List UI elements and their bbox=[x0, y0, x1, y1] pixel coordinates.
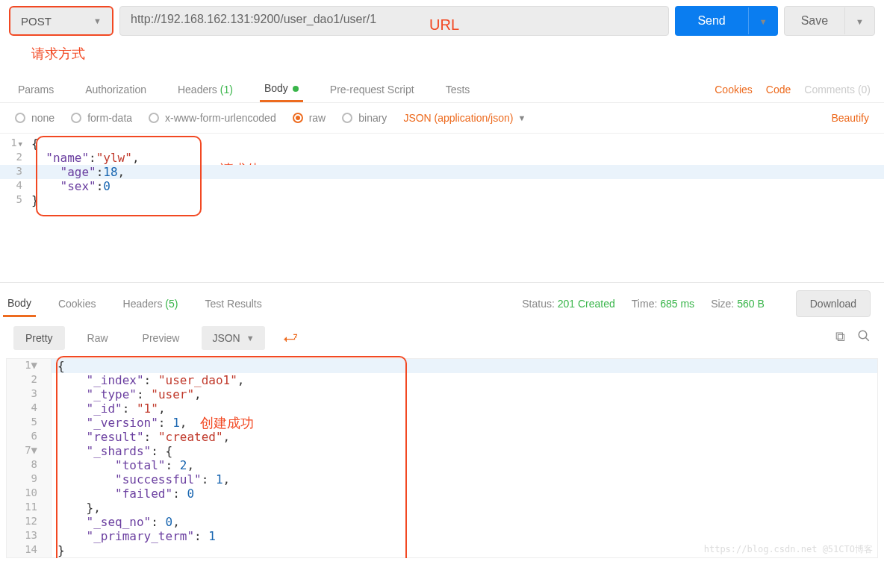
size-value: 560 B bbox=[737, 298, 765, 310]
view-preview[interactable]: Preview bbox=[131, 326, 192, 350]
tab-tests[interactable]: Tests bbox=[441, 78, 475, 101]
code-line: 1▼{ bbox=[7, 359, 877, 373]
svg-point-0 bbox=[859, 331, 867, 339]
link-comments[interactable]: Comments (0) bbox=[804, 84, 871, 96]
view-format-select[interactable]: JSON ▼ bbox=[202, 326, 264, 350]
radio-xform-label: x-www-form-urlencoded bbox=[165, 112, 276, 124]
method-select[interactable]: POST ▼ bbox=[9, 6, 113, 36]
download-button[interactable]: Download bbox=[796, 290, 871, 317]
annotation-url: URL bbox=[429, 16, 459, 34]
radio-raw-label: raw bbox=[309, 112, 326, 124]
response-status: Status: 201 Created Time: 685 ms Size: 5… bbox=[522, 298, 764, 310]
status-label: Status: bbox=[522, 298, 555, 310]
time-label: Time: bbox=[632, 298, 657, 310]
radio-binary-label: binary bbox=[358, 112, 387, 124]
chevron-down-icon: ▼ bbox=[856, 17, 864, 26]
radio-icon bbox=[71, 113, 81, 123]
radio-icon bbox=[15, 113, 25, 123]
code-line: 2 "_index": "user_dao1", bbox=[7, 373, 877, 387]
send-dropdown[interactable]: ▼ bbox=[748, 7, 778, 34]
send-button[interactable]: Send bbox=[675, 7, 747, 35]
chevron-down-icon: ▼ bbox=[246, 334, 255, 343]
tab-headers[interactable]: Headers (1) bbox=[173, 78, 237, 101]
request-tabs: Params Authorization Headers (1) Body Pr… bbox=[0, 70, 884, 103]
radio-none[interactable]: none bbox=[15, 112, 55, 124]
radio-xform[interactable]: x-www-form-urlencoded bbox=[149, 112, 276, 124]
request-body-editor[interactable]: 1▼{2 "name":"ylw",3 "age":18,4 "sex":05} bbox=[0, 134, 884, 282]
radio-icon bbox=[342, 113, 352, 123]
code-line: 10 "failed": 0 bbox=[7, 487, 877, 501]
body-subtype-bar: none form-data x-www-form-urlencoded raw… bbox=[0, 103, 884, 134]
code-line: 5} bbox=[0, 193, 884, 207]
tab-body[interactable]: Body bbox=[260, 76, 303, 102]
chevron-down-icon: ▼ bbox=[517, 113, 526, 122]
radio-none-label: none bbox=[31, 112, 55, 124]
tab-params[interactable]: Params bbox=[13, 78, 58, 101]
code-line: 4 "sex":0 bbox=[0, 179, 884, 193]
code-line: 4 "_id": "1", bbox=[7, 401, 877, 416]
time-value: 685 ms bbox=[660, 298, 694, 310]
response-tabs: Body Cookies Headers (5) Test Results St… bbox=[0, 282, 884, 317]
tab-headers-count: (1) bbox=[220, 84, 233, 96]
radio-formdata[interactable]: form-data bbox=[71, 112, 132, 124]
resp-tab-headers-count: (5) bbox=[165, 298, 178, 310]
annotation-method: 请求方式 bbox=[31, 45, 85, 63]
code-line: 7▼ "_shards": { bbox=[7, 444, 877, 458]
code-line: 8 "total": 2, bbox=[7, 458, 877, 472]
code-line: 12 "_seq_no": 0, bbox=[7, 515, 877, 529]
chevron-down-icon: ▼ bbox=[759, 17, 768, 26]
chevron-down-icon: ▼ bbox=[93, 16, 102, 25]
send-button-group: Send ▼ bbox=[675, 6, 777, 36]
tab-headers-label: Headers bbox=[178, 84, 217, 96]
watermark: https://blog.csdn.net @51CTO博客 bbox=[704, 543, 873, 556]
code-line: 6 "result": "created", bbox=[7, 430, 877, 444]
content-type-label: JSON (application/json) bbox=[403, 112, 513, 124]
link-code[interactable]: Code bbox=[766, 84, 791, 96]
code-line: 2 "name":"ylw", bbox=[0, 151, 884, 165]
url-value: http://192.168.162.131:9200/user_dao1/us… bbox=[131, 13, 376, 25]
code-line: 5 "_version": 1, bbox=[7, 416, 877, 430]
view-format-label: JSON bbox=[212, 332, 240, 344]
tab-prerequest[interactable]: Pre-request Script bbox=[326, 78, 419, 101]
copy-icon[interactable]: ⧉ bbox=[835, 329, 845, 346]
resp-tab-cookies[interactable]: Cookies bbox=[54, 292, 101, 316]
radio-icon bbox=[149, 113, 159, 123]
size-label: Size: bbox=[711, 298, 734, 310]
resp-tab-test-results[interactable]: Test Results bbox=[200, 292, 266, 316]
link-cookies[interactable]: Cookies bbox=[715, 84, 753, 96]
status-value: 201 Created bbox=[558, 298, 615, 310]
beautify-link[interactable]: Beautify bbox=[831, 112, 869, 124]
radio-formdata-label: form-data bbox=[87, 112, 132, 124]
resp-tab-headers-label: Headers bbox=[123, 298, 163, 310]
resp-tab-headers[interactable]: Headers (5) bbox=[119, 292, 183, 316]
tab-authorization[interactable]: Authorization bbox=[81, 78, 151, 101]
radio-raw[interactable]: raw bbox=[293, 112, 326, 124]
resp-tab-body[interactable]: Body bbox=[3, 291, 36, 317]
code-line: 9 "successful": 1, bbox=[7, 472, 877, 487]
search-icon[interactable] bbox=[857, 329, 871, 346]
wrap-lines-icon[interactable]: ⮐ bbox=[276, 325, 305, 351]
response-view-bar: Pretty Raw Preview JSON ▼ ⮐ ⧉ bbox=[0, 317, 884, 358]
code-line: 3 "_type": "user", bbox=[7, 387, 877, 401]
svg-line-1 bbox=[865, 337, 869, 341]
view-pretty[interactable]: Pretty bbox=[13, 326, 65, 350]
response-body-viewer[interactable]: 1▼{2 "_index": "user_dao1",3 "_type": "u… bbox=[6, 358, 878, 558]
save-button[interactable]: Save bbox=[785, 7, 844, 35]
url-input[interactable]: http://192.168.162.131:9200/user_dao1/us… bbox=[119, 6, 669, 36]
content-type-select[interactable]: JSON (application/json) ▼ bbox=[403, 112, 526, 124]
code-line: 11 }, bbox=[7, 501, 877, 515]
save-button-group: Save ▼ bbox=[784, 6, 875, 36]
view-raw[interactable]: Raw bbox=[75, 326, 120, 350]
method-value: POST bbox=[21, 15, 52, 28]
code-line: 13 "_primary_term": 1 bbox=[7, 529, 877, 543]
code-line: 1▼{ bbox=[0, 137, 884, 151]
radio-icon-selected bbox=[293, 113, 303, 123]
save-dropdown[interactable]: ▼ bbox=[844, 7, 874, 34]
radio-binary[interactable]: binary bbox=[342, 112, 387, 124]
code-line: 3 "age":18, bbox=[0, 165, 884, 179]
